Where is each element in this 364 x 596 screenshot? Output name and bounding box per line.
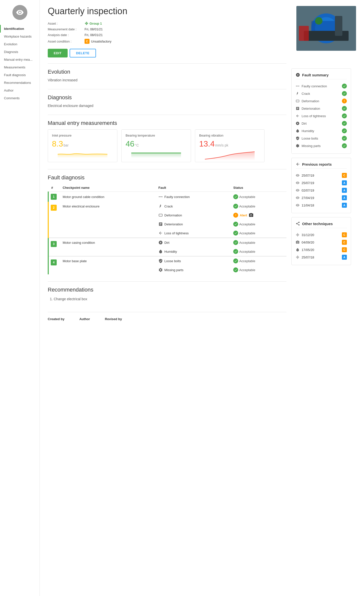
sidebar-item-manual-entry[interactable]: Manual entry mea...: [0, 56, 40, 63]
other-tech-item[interactable]: 17/05/20 C: [296, 246, 347, 253]
summary-crack-icon: [296, 92, 300, 96]
crack-icon: [158, 204, 163, 208]
sidebar-nav: Identification Workplace hazards Evoluti…: [0, 25, 40, 102]
prev-report-item[interactable]: 11/04/18 A: [296, 201, 347, 209]
status-text: Acceptable: [239, 204, 255, 208]
fault-summary-item: Humidity: [296, 127, 347, 135]
footer-section: Created by Author Revised by: [48, 312, 286, 322]
status-text: Acceptable: [239, 268, 255, 272]
other-tech-item[interactable]: 25/07/18 A: [296, 253, 347, 261]
snowflake-icon: [85, 21, 89, 25]
sidebar-item-recommendations[interactable]: Recommendations: [0, 79, 40, 87]
table-row: 3 Motor casing condition Dirt: [48, 238, 286, 247]
share-icon: [296, 221, 300, 226]
svg-point-13: [296, 86, 297, 87]
sidebar-item-identification[interactable]: Identification: [0, 25, 40, 33]
prev-report-item[interactable]: 25/07/19 A: [296, 179, 347, 187]
summary-status-alert: !: [342, 99, 347, 103]
fault-cell: Faulty connection: [155, 192, 230, 202]
other-tech-item[interactable]: 31/12/20 C: [296, 231, 347, 239]
prev-report-item[interactable]: 25/07/19 C: [296, 172, 347, 179]
sidebar-item-diagnosis[interactable]: Diagnosis: [0, 48, 40, 56]
fault-diagnosis-title: Fault diagnosis: [48, 174, 286, 181]
group-num-cell: 2: [48, 202, 60, 238]
previous-reports-card: Previous reports 25/07/19 C 25/07/19: [291, 158, 351, 213]
asset-label: Asset :: [48, 22, 83, 25]
inlet-pressure-card: Inlet pressure 8.3bar: [48, 129, 117, 162]
svg-point-10: [162, 197, 163, 197]
svg-point-5: [315, 17, 322, 25]
measurements-section: Manual entry measurements Inlet pressure…: [48, 115, 286, 162]
parts-icon: [158, 268, 163, 272]
prev-report-item[interactable]: 27/04/19 A: [296, 194, 347, 201]
header-info: Quarterly inspection Asset : Group 1 Mea…: [48, 6, 290, 57]
sidebar-item-comments[interactable]: Comments: [0, 94, 40, 102]
summary-deformation-icon: [296, 99, 300, 103]
prev-report-item[interactable]: 02/07/19 A: [296, 187, 347, 194]
status-cell: Acceptable: [230, 247, 286, 256]
other-techniques-card: Other techniques 31/12/20 C 04/09/20: [291, 217, 351, 265]
measurement-date-label: Measurement date :: [48, 27, 83, 31]
inlet-pressure-value: 8.3bar: [52, 139, 113, 149]
delete-button[interactable]: DELETE: [70, 49, 96, 57]
fault-diagnosis-section: Fault diagnosis # Checkpoint name Fault …: [48, 169, 286, 274]
evolution-section: Evolution Vibration increased: [48, 63, 286, 82]
bearing-vibration-card: Bearing vibration 13.4mm/s pk: [195, 129, 265, 162]
edit-button[interactable]: EDIT: [48, 49, 68, 57]
table-row: Loss of tightness Acceptable: [48, 229, 286, 238]
fault-cell: Loss of tightness: [155, 229, 230, 238]
other-tech-item[interactable]: 04/09/20 C: [296, 239, 347, 246]
recommendations-title: Recommendations: [48, 287, 286, 293]
eye-icon: [296, 181, 300, 185]
sidebar-item-workplace-hazards[interactable]: Workplace hazards: [0, 33, 40, 40]
main-content: Quarterly inspection Asset : Group 1 Mea…: [40, 0, 364, 596]
recommendations-list: Change electrical box: [48, 296, 286, 302]
fault-summary-title: Fault summary: [296, 73, 347, 79]
checkpoint-name-cell: Motor electrical enclosure: [60, 202, 155, 211]
status-text: Acceptable: [239, 231, 255, 235]
diagnosis-section: Diagnosis Electrical enclosure damaged: [48, 89, 286, 108]
footer-revised-by: Revised by: [105, 317, 122, 322]
eye-icon: [296, 196, 300, 200]
status-text: Acceptable: [239, 222, 255, 226]
bolts-icon: [158, 259, 163, 263]
app-container: Identification Workplace hazards Evoluti…: [0, 0, 364, 596]
fault-name: Deformation: [164, 213, 182, 217]
summary-status-ok: [342, 106, 347, 111]
summary-deterioration-icon: [296, 106, 300, 110]
status-text: Alert: [240, 213, 247, 217]
checkpoint-name-cell: Motor base plate: [60, 256, 155, 265]
sidebar-item-measurements[interactable]: Measurements: [0, 63, 40, 71]
fault-summary-item: Loss of tightness: [296, 112, 347, 120]
status-cell: Acceptable: [230, 220, 286, 229]
fault-summary-item: Deterioration: [296, 105, 347, 112]
sidebar-item-author[interactable]: Author: [0, 87, 40, 94]
svg-point-9: [159, 197, 160, 197]
eye-icon: [296, 203, 300, 207]
machine-illustration: [296, 6, 356, 51]
status-cell: Acceptable: [230, 238, 286, 247]
analysis-date-value: Fri, 08/01/21: [85, 33, 103, 37]
col-status: Status: [230, 184, 286, 192]
fault-name: Crack: [164, 204, 173, 208]
status-text: Acceptable: [239, 250, 255, 253]
status-text: Acceptable: [239, 195, 255, 199]
summary-status-ok: [342, 84, 347, 89]
fault-name: Humidity: [164, 250, 177, 253]
sidebar-logo: [12, 5, 27, 20]
bearing-temperature-chart: [126, 150, 187, 158]
sidebar-item-fault-diagnosis[interactable]: Fault diagnosis: [0, 71, 40, 79]
summary-humidity-icon: [296, 129, 300, 133]
eye-icon: [296, 188, 300, 192]
table-row: 2 Motor electrical enclosure Crack: [48, 202, 286, 211]
action-buttons: EDIT DELETE: [48, 49, 290, 57]
fault-cell: Humidity: [155, 247, 230, 256]
fault-cell: Missing parts: [155, 265, 230, 274]
sidebar-item-evolution[interactable]: Evolution: [0, 40, 40, 48]
summary-tightness-icon: [296, 114, 300, 118]
drop2-icon: [296, 248, 300, 252]
checkpoint-name-cell: Motor ground cable condition: [60, 192, 155, 202]
summary-parts-icon: [296, 144, 300, 148]
summary-connection-icon: [296, 84, 300, 88]
condition-badge: C: [85, 39, 90, 44]
